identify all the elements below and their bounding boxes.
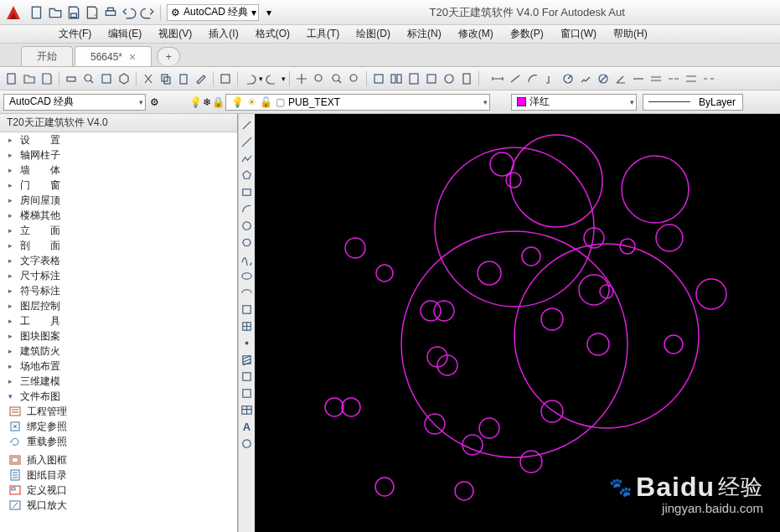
zoom-realtime-icon[interactable]: [311, 70, 328, 87]
menu-help[interactable]: 帮助(H): [605, 25, 656, 43]
tree-node[interactable]: ▸楼梯其他: [5, 208, 237, 223]
ellipse-icon[interactable]: [240, 268, 255, 283]
tree-node[interactable]: ▸轴网柱子: [5, 147, 237, 163]
tree-node[interactable]: ▸工 具: [5, 313, 237, 328]
point-icon[interactable]: [240, 335, 255, 350]
menu-format[interactable]: 格式(O): [247, 25, 298, 43]
region-icon[interactable]: [240, 385, 255, 400]
tree-leaf[interactable]: 插入图框: [5, 452, 237, 467]
paste-icon[interactable]: [175, 70, 192, 87]
zoomprev-icon[interactable]: [346, 70, 363, 87]
copy-icon[interactable]: [158, 70, 174, 87]
dim-aligned-icon[interactable]: [507, 70, 524, 87]
tree-node[interactable]: ▸墙 体: [5, 163, 237, 178]
tree-node[interactable]: ▸建筑防火: [5, 343, 237, 359]
workspace-settings-icon[interactable]: ⚙: [150, 96, 159, 108]
addselected-icon[interactable]: [240, 436, 255, 451]
menu-view[interactable]: 视图(V): [150, 25, 200, 43]
3ddwf-icon[interactable]: [116, 70, 132, 87]
dim-diameter-icon[interactable]: [595, 70, 612, 87]
properties-icon[interactable]: [370, 70, 387, 87]
menu-insert[interactable]: 插入(I): [200, 25, 246, 43]
markup-icon[interactable]: [441, 70, 457, 87]
drawing-canvas[interactable]: 🐾Baidu 经验 jingyan.baidu.com: [255, 114, 780, 532]
hatch-icon[interactable]: [240, 352, 255, 367]
undo-icon[interactable]: [241, 70, 258, 87]
menu-window[interactable]: 窗口(W): [552, 25, 605, 43]
tree-node[interactable]: ▸尺寸标注: [5, 268, 237, 283]
toolpalettes-icon[interactable]: [405, 70, 422, 87]
tree-node[interactable]: ▾文件布图: [5, 389, 237, 404]
mtext-icon[interactable]: A: [240, 419, 255, 434]
tab-add-button[interactable]: +: [157, 47, 180, 65]
layerfreeze-icon[interactable]: ❄: [203, 96, 211, 108]
dim-ordinate-icon[interactable]: [542, 70, 559, 87]
tree-node[interactable]: ▸门 窗: [5, 178, 237, 193]
quickcalc-icon[interactable]: [458, 70, 475, 87]
insert-icon[interactable]: [240, 302, 255, 317]
dim-break-icon[interactable]: [700, 70, 717, 87]
menu-edit[interactable]: 编辑(E): [100, 25, 150, 43]
layer-dropdown[interactable]: 💡 ☀ 🔓 ▢ PUB_TEXT ▾: [225, 94, 490, 111]
zoom-icon[interactable]: [328, 70, 345, 87]
tree-node[interactable]: ▸房间屋顶: [5, 193, 237, 208]
dim-linear-icon[interactable]: [489, 70, 506, 87]
dim-angular-icon[interactable]: [612, 70, 629, 87]
tree-leaf[interactable]: 绑定参照: [5, 419, 237, 434]
menu-file[interactable]: 文件(F): [50, 25, 100, 43]
rectangle-icon[interactable]: [240, 184, 255, 199]
qat-dropdown-icon[interactable]: ▾: [261, 4, 277, 21]
lineweight-dropdown[interactable]: ByLayer: [643, 94, 743, 111]
polygon-icon[interactable]: [240, 168, 255, 183]
xline-icon[interactable]: [240, 134, 255, 149]
saveas-icon[interactable]: [84, 4, 101, 21]
dim-continue-icon[interactable]: [665, 70, 682, 87]
menu-tools[interactable]: 工具(T): [298, 25, 348, 43]
layerlock-icon[interactable]: 🔒: [212, 96, 225, 108]
new-icon[interactable]: [28, 4, 45, 21]
tree-leaf[interactable]: 图纸目录: [5, 467, 237, 483]
tree-leaf[interactable]: 定义视口: [5, 483, 237, 498]
close-icon[interactable]: ×: [129, 51, 136, 63]
preview-icon[interactable]: [80, 70, 97, 87]
undo-icon[interactable]: [121, 4, 137, 21]
matchprop-icon[interactable]: [193, 70, 209, 87]
circle-icon[interactable]: [240, 218, 255, 233]
save-icon[interactable]: [39, 70, 55, 87]
tab-active[interactable]: 56645* ×: [75, 46, 152, 66]
tree-node[interactable]: ▸符号标注: [5, 283, 237, 298]
menu-parametric[interactable]: 参数(P): [502, 25, 552, 43]
redo-icon[interactable]: [264, 70, 281, 87]
open-icon[interactable]: [21, 70, 38, 87]
menu-dimension[interactable]: 标注(N): [399, 25, 450, 43]
chevron-down-icon[interactable]: ▾: [282, 75, 286, 83]
dim-jogged-icon[interactable]: [577, 70, 594, 87]
tree-node[interactable]: ▸剖 面: [5, 238, 237, 253]
tree-node[interactable]: ▸立 面: [5, 223, 237, 238]
table-icon[interactable]: [240, 402, 255, 417]
print-icon[interactable]: [63, 70, 80, 87]
menu-modify[interactable]: 修改(M): [450, 25, 502, 43]
tree-node[interactable]: ▸三维建模: [5, 374, 237, 389]
makeblock-icon[interactable]: [240, 318, 255, 333]
layeriso-icon[interactable]: 💡: [189, 96, 202, 108]
tree-node[interactable]: ▸场地布置: [5, 359, 237, 374]
chevron-down-icon[interactable]: ▾: [259, 75, 263, 83]
tree-leaf[interactable]: 视口放大: [5, 498, 237, 513]
tab-start[interactable]: 开始: [21, 46, 73, 66]
dim-quick-icon[interactable]: [630, 70, 647, 87]
blockeditor-icon[interactable]: [217, 70, 234, 87]
tree-leaf[interactable]: 重载参照: [5, 434, 237, 449]
polyline-icon[interactable]: [240, 151, 255, 166]
dim-space-icon[interactable]: [683, 70, 700, 87]
dim-radius-icon[interactable]: [560, 70, 576, 87]
tree-leaf[interactable]: 工程管理: [5, 404, 237, 419]
tree-node[interactable]: ▸图块图案: [5, 328, 237, 343]
open-icon[interactable]: [47, 4, 64, 21]
designcenter-icon[interactable]: [388, 70, 405, 87]
dim-arc-icon[interactable]: [524, 70, 541, 87]
arc-icon[interactable]: [240, 201, 255, 216]
revcloud-icon[interactable]: [240, 235, 255, 250]
gradient-icon[interactable]: [240, 369, 255, 384]
print-icon[interactable]: [102, 4, 119, 21]
